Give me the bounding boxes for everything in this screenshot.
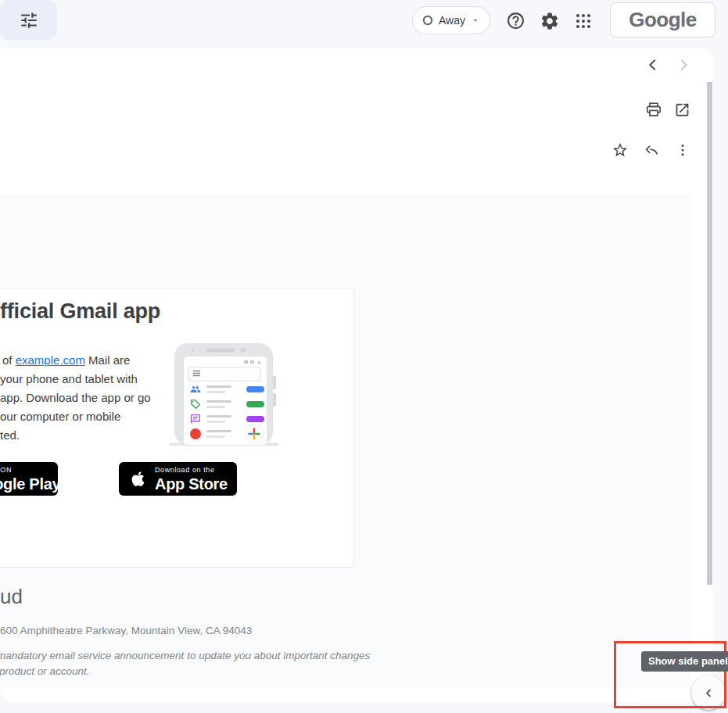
promo-heading: fficial Gmail app [0, 299, 160, 324]
presence-circle-icon [422, 15, 433, 26]
play-badge-small-text: GET IT ON [0, 467, 60, 474]
appstore-badge-large-text: App Store [155, 476, 228, 492]
account-logo-box[interactable]: Google [610, 2, 715, 38]
help-icon [506, 11, 525, 30]
tune-icon [19, 10, 39, 30]
example-domain-link[interactable]: example.com [16, 353, 85, 367]
appstore-badge-small-text: Download on the [155, 467, 228, 474]
chevron-right-icon [675, 56, 692, 73]
chevron-left-icon [644, 56, 662, 73]
gmail-window: { "header": { "logo_text": "Google", "st… [0, 0, 728, 713]
newer-conversation-button[interactable] [644, 56, 662, 74]
promo-copy: of example.com Mail are your phone and t… [0, 351, 151, 445]
footer-fine-print-line: product or account. [0, 665, 90, 677]
reply-button[interactable] [643, 142, 660, 159]
apps-grid-icon [574, 12, 593, 30]
promo-copy-line: our computer or mobile [0, 407, 151, 426]
promo-copy-line: ted. [0, 426, 151, 445]
apple-icon [128, 468, 148, 489]
star-button[interactable] [611, 142, 629, 159]
help-button[interactable] [505, 10, 525, 30]
reply-icon [643, 142, 660, 159]
phone-illustration [166, 341, 280, 448]
older-conversation-button[interactable] [674, 56, 693, 74]
tune-filters-button[interactable] [0, 0, 57, 40]
footer-address: 600 Amphitheatre Parkway, Mountain View,… [0, 625, 252, 636]
print-button[interactable] [645, 101, 662, 118]
open-in-new-icon [674, 102, 690, 118]
apps-grid-button[interactable] [573, 11, 593, 30]
settings-button[interactable] [539, 10, 560, 31]
vertical-scrollbar-thumb[interactable] [707, 82, 712, 585]
footer-brand-fragment: ud [0, 585, 23, 609]
more-options-button[interactable] [674, 140, 691, 160]
printer-icon [645, 101, 662, 118]
show-side-panel-tooltip: Show side panel [641, 651, 728, 672]
google-play-badge[interactable]: GET IT ON Google Play [0, 462, 58, 496]
promo-copy-line: app. Download the app or go [0, 389, 151, 407]
app-store-badge[interactable]: Download on the App Store [119, 462, 237, 496]
open-in-new-icon[interactable] [673, 101, 690, 118]
footer-fine-print-line: mandatory email service announcement to … [0, 650, 370, 661]
promo-copy-line: of example.com Mail are [0, 351, 151, 370]
google-logo: Google [629, 8, 697, 32]
status-label: Away [439, 14, 465, 27]
promo-copy-line: your phone and tablet with [0, 370, 151, 389]
play-badge-large-text: Google Play [0, 476, 60, 492]
gear-icon [540, 11, 560, 31]
more-vert-icon [675, 141, 690, 159]
status-selector[interactable]: Away [412, 6, 490, 34]
star-icon [611, 142, 629, 159]
caret-down-icon [471, 16, 480, 25]
